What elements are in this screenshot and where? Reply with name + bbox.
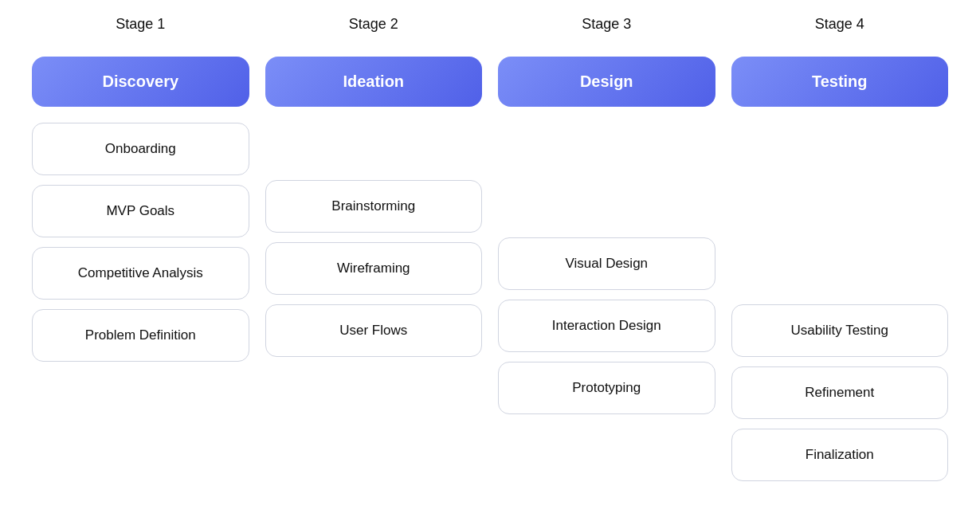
design-card[interactable]: Design <box>498 57 715 107</box>
ideation-column: Brainstorming Wireframing User Flows <box>257 123 491 357</box>
interaction-design-item[interactable]: Interaction Design <box>498 300 715 352</box>
usability-testing-item[interactable]: Usability Testing <box>731 304 949 357</box>
stage1-label: Stage 1 <box>24 16 257 44</box>
prototyping-item[interactable]: Prototyping <box>498 362 715 414</box>
finalization-item[interactable]: Finalization <box>731 429 949 481</box>
user-flows-item[interactable]: User Flows <box>265 304 483 357</box>
ideation-card[interactable]: Ideation <box>265 57 483 107</box>
stage4-label: Stage 4 <box>723 16 957 44</box>
onboarding-item[interactable]: Onboarding <box>32 123 249 175</box>
testing-card[interactable]: Testing <box>731 57 949 107</box>
wireframing-item[interactable]: Wireframing <box>265 242 483 295</box>
design-column: Visual Design Interaction Design Prototy… <box>490 123 723 414</box>
stage2-label: Stage 2 <box>257 16 491 44</box>
ideation-top-spacer <box>265 123 483 170</box>
visual-design-item[interactable]: Visual Design <box>498 237 715 290</box>
brainstorming-item[interactable]: Brainstorming <box>265 180 483 233</box>
mvp-goals-item[interactable]: MVP Goals <box>32 185 249 237</box>
testing-top-spacer <box>731 123 949 295</box>
refinement-item[interactable]: Refinement <box>731 366 949 419</box>
design-top-spacer <box>498 123 715 228</box>
stage3-label: Stage 3 <box>490 16 723 44</box>
stage-cards-row: Discovery Ideation Design Testing <box>16 57 964 107</box>
testing-column: Usability Testing Refinement Finalizatio… <box>723 123 957 481</box>
discovery-card[interactable]: Discovery <box>32 57 249 107</box>
content-grid: Onboarding MVP Goals Competitive Analysi… <box>16 123 964 481</box>
discovery-column: Onboarding MVP Goals Competitive Analysi… <box>24 123 257 362</box>
competitive-analysis-item[interactable]: Competitive Analysis <box>32 247 249 300</box>
problem-definition-item[interactable]: Problem Definition <box>32 309 249 362</box>
stage-headers: Stage 1 Stage 2 Stage 3 Stage 4 <box>16 16 964 44</box>
